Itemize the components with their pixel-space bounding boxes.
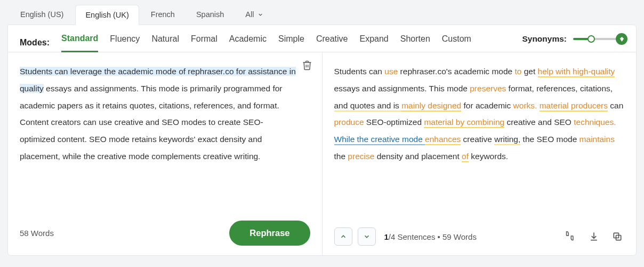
modes-bar: Modes: Standard Fluency Natural Formal A… [8,25,636,52]
mode-creative[interactable]: Creative [316,34,348,51]
mode-expand[interactable]: Expand [359,34,388,51]
input-para2: Content creators can use creative and SE… [20,117,263,161]
output-footer: 1/4 Sentences • 59 Words [323,221,637,255]
main-panel: Modes: Standard Fluency Natural Formal A… [7,25,637,256]
modes-label: Modes: [20,38,50,48]
editor-panes: Students can leverage the academic mode … [8,52,636,255]
output-text[interactable]: Students can use rephraser.co's academic… [323,52,637,221]
slider-handle-icon[interactable] [587,35,595,43]
synonyms-label: Synonyms: [522,34,567,44]
mode-shorten[interactable]: Shorten [400,34,430,51]
sentence-counter: 1/4 Sentences • 59 Words [384,232,477,241]
feedback-icon[interactable] [564,230,577,244]
copy-icon[interactable] [610,230,624,244]
diamond-icon [616,33,627,45]
rephrase-button[interactable]: Rephrase [229,221,310,246]
input-word-count: 58 Words [20,229,54,238]
synonyms-slider[interactable] [573,37,624,41]
input-seg-plain: essays and assignments. This mode is pri… [20,84,282,110]
output-actions [564,230,624,244]
lang-tab-french[interactable]: French [141,5,184,24]
lang-tab-all[interactable]: All [236,5,273,24]
mode-standard[interactable]: Standard [61,34,98,52]
language-tabs: English (US) English (UK) French Spanish… [0,0,644,25]
mode-natural[interactable]: Natural [151,34,179,51]
app-root: English (US) English (UK) French Spanish… [0,0,644,256]
mode-academic[interactable]: Academic [229,34,267,51]
synonyms-control: Synonyms: [522,34,624,51]
output-pane: Students can use rephraser.co's academic… [323,52,637,255]
trash-icon[interactable] [302,60,313,72]
mode-fluency[interactable]: Fluency [110,34,140,51]
prev-sentence-button[interactable] [334,227,352,246]
input-text[interactable]: Students can leverage the academic mode … [8,52,322,214]
lang-tab-en-us[interactable]: English (US) [11,5,73,24]
mode-simple[interactable]: Simple [278,34,304,51]
chevron-down-icon [257,11,263,18]
lang-tab-en-uk[interactable]: English (UK) [75,5,139,25]
download-icon[interactable] [587,230,601,244]
lang-tab-all-label: All [245,10,254,19]
input-pane: Students can leverage the academic mode … [8,52,323,255]
mode-formal[interactable]: Formal [191,34,218,51]
lang-tab-spanish[interactable]: Spanish [187,5,234,24]
mode-custom[interactable]: Custom [442,34,471,51]
input-footer: 58 Words Rephrase [8,214,322,255]
next-sentence-button[interactable] [358,227,376,246]
